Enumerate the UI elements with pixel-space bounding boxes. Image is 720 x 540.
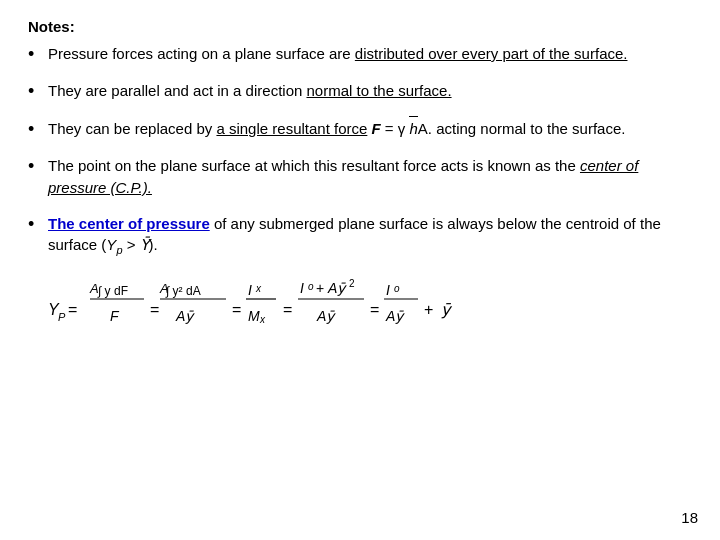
svg-text:P: P xyxy=(58,311,66,323)
formula-svg: Y P = ∫ y dF A F = ∫ y² dA A Aȳ = I x M … xyxy=(48,273,688,353)
underline-text-3: a single resultant force xyxy=(216,120,367,137)
bullet-text-2: They are parallel and act in a direction… xyxy=(48,80,692,102)
svg-text:2: 2 xyxy=(349,278,355,289)
bullet-symbol-2: • xyxy=(28,80,48,103)
svg-text:I: I xyxy=(386,282,390,298)
svg-text:x: x xyxy=(259,314,266,325)
underline-text-1: distributed over every part of the surfa… xyxy=(355,45,628,62)
svg-text:=: = xyxy=(150,301,159,318)
svg-text:M: M xyxy=(248,308,260,324)
svg-text:F: F xyxy=(110,308,120,324)
svg-text:=: = xyxy=(370,301,379,318)
bullet-text-1: Pressure forces acting on a plane surfac… xyxy=(48,43,692,65)
svg-text:Aȳ: Aȳ xyxy=(385,308,405,324)
svg-text:Aȳ: Aȳ xyxy=(175,308,195,324)
svg-text:Aȳ: Aȳ xyxy=(316,308,336,324)
svg-text:A: A xyxy=(159,281,169,296)
svg-text:∫ y² dA: ∫ y² dA xyxy=(165,284,201,298)
bullet-item-4: • The point on the plane surface at whic… xyxy=(28,155,692,199)
svg-text:∫ y dF: ∫ y dF xyxy=(97,284,128,298)
bullet-symbol-1: • xyxy=(28,43,48,66)
svg-text:o: o xyxy=(394,283,400,294)
bullet-symbol-3: • xyxy=(28,118,48,141)
bullet-text-3: They can be replaced by a single resulta… xyxy=(48,118,692,140)
svg-text:+: + xyxy=(424,301,433,318)
svg-text:=: = xyxy=(232,301,241,318)
underline-text-2: normal to the surface. xyxy=(306,82,451,99)
bullet-item-5: • The center of pressure of any submerge… xyxy=(28,213,692,260)
center-of-pressure-text: center of pressure (C.P.). xyxy=(48,157,638,196)
Y-bar-text: Ȳ xyxy=(140,236,149,253)
bullet-symbol-4: • xyxy=(28,155,48,178)
bullet-item-3: • They can be replaced by a single resul… xyxy=(28,118,692,141)
svg-text:=: = xyxy=(68,301,77,318)
bullet-text-4: The point on the plane surface at which … xyxy=(48,155,692,199)
svg-text:+: + xyxy=(316,280,324,296)
notes-heading: Notes: xyxy=(28,18,692,35)
formula-container: Y P = ∫ y dF A F = ∫ y² dA A Aȳ = I x M … xyxy=(38,273,692,353)
bullet-item-2: • They are parallel and act in a directi… xyxy=(28,80,692,103)
svg-text:I: I xyxy=(248,282,252,298)
bullet-item-1: • Pressure forces acting on a plane surf… xyxy=(28,43,692,66)
force-F: F xyxy=(372,120,381,137)
page-number: 18 xyxy=(681,509,698,526)
svg-text:ȳ: ȳ xyxy=(441,301,453,319)
svg-text:I: I xyxy=(300,280,304,296)
page-container: Notes: • Pressure forces acting on a pla… xyxy=(0,0,720,540)
bullet-symbol-5: • xyxy=(28,213,48,236)
svg-text:=: = xyxy=(283,301,292,318)
Yp-text: Y xyxy=(106,236,116,253)
svg-text:A: A xyxy=(89,281,99,296)
bullet-text-5: The center of pressure of any submerged … xyxy=(48,213,692,260)
center-pressure-highlight: The center of pressure xyxy=(48,215,210,232)
svg-text:x: x xyxy=(255,283,262,294)
Yp-sub: p xyxy=(116,244,122,256)
svg-text:Aȳ: Aȳ xyxy=(327,280,347,296)
svg-text:o: o xyxy=(308,281,314,292)
h-bar: h xyxy=(409,118,417,140)
